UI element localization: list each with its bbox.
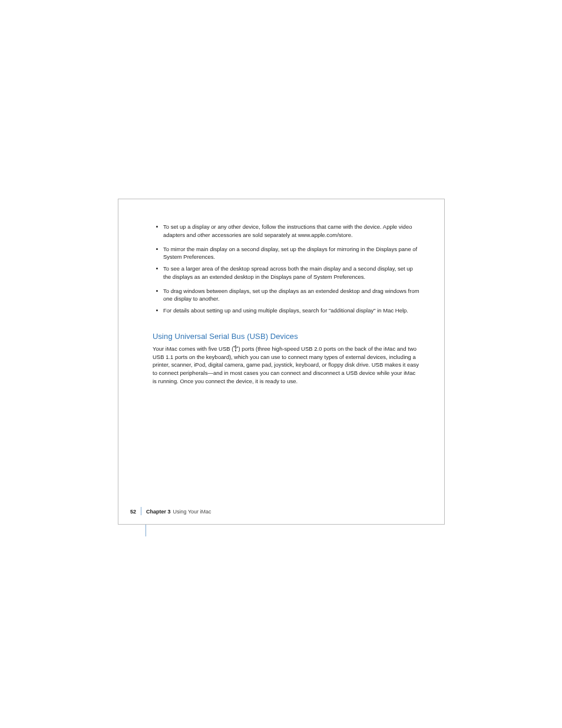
page-frame: To set up a display or any other device,… (118, 199, 445, 525)
page-footer: 52 Chapter 3 Using Your iMac (130, 507, 211, 515)
list-item-text: To set up a display or any other device,… (163, 223, 412, 238)
list-item: To mirror the main display on a second d… (153, 245, 421, 262)
list-item: To drag windows between displays, set up… (153, 287, 421, 304)
page-content: To set up a display or any other device,… (153, 223, 421, 386)
footer-separator (141, 507, 141, 515)
body-lead: Your iMac comes with five USB ( (153, 345, 233, 352)
footer-title: Using Your iMac (173, 509, 211, 515)
list-item-text: To drag windows between displays, set up… (163, 288, 419, 302)
bullet-list: To set up a display or any other device,… (153, 223, 421, 315)
list-item: To see a larger area of the desktop spre… (153, 265, 421, 281)
svg-rect-3 (234, 346, 234, 347)
footer-chapter: Chapter 3 (146, 509, 171, 515)
section-body: Your iMac comes with five USB () ports (… (153, 345, 421, 386)
svg-point-4 (237, 347, 239, 348)
list-item-text: For details about setting up and using m… (163, 307, 408, 314)
list-item-text: To see a larger area of the desktop spre… (163, 265, 413, 280)
usb-icon (233, 345, 238, 351)
section-heading: Using Universal Serial Bus (USB) Devices (153, 331, 421, 342)
svg-point-2 (235, 350, 236, 351)
list-item: For details about setting up and using m… (153, 307, 421, 315)
list-item-text: To mirror the main display on a second d… (163, 246, 417, 261)
body-mid: ) ports (three high-speed USB 2.0 ports … (238, 345, 343, 352)
svg-point-1 (236, 345, 237, 347)
page-number: 52 (130, 509, 141, 515)
footer-rule-extension (146, 525, 146, 536)
list-item: To set up a display or any other device,… (153, 223, 421, 239)
